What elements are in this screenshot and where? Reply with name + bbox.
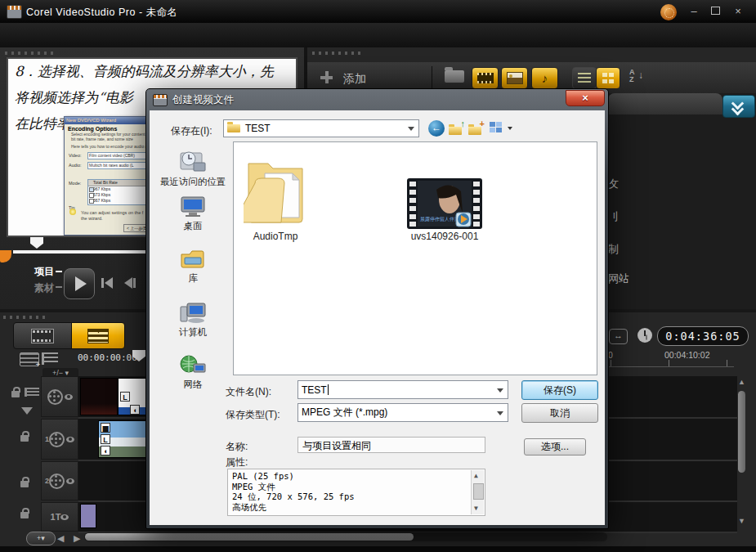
dropdown-arrow-icon (508, 127, 512, 130)
place-recent[interactable]: 最近访问的位置 (156, 146, 230, 188)
dropdown-arrow-icon (497, 411, 503, 415)
scrollbar-thumb[interactable] (473, 483, 484, 500)
timeline-view-button[interactable] (71, 322, 125, 349)
filter-video-button[interactable] (472, 67, 499, 89)
library-tab-bar (608, 93, 722, 114)
overlay-clip[interactable]: ▦ L ◖ (98, 420, 150, 458)
new-folder-button[interactable]: + (468, 120, 485, 137)
audiotmp-folder-icon[interactable] (244, 152, 307, 227)
back-button[interactable]: ← (428, 120, 445, 137)
save-type-combobox[interactable]: MPEG 文件 (*.mpg) (297, 403, 508, 422)
lock-icon[interactable] (20, 435, 29, 442)
timeline-icon (87, 329, 109, 343)
filter-audio-button[interactable]: ♪ (531, 67, 558, 89)
file-name-input[interactable]: TEST (297, 380, 508, 399)
cancel-button[interactable]: 取消 (521, 403, 598, 423)
options-button[interactable]: 选项... (524, 438, 586, 456)
list-view-button[interactable] (572, 67, 597, 89)
lock-icon[interactable] (20, 481, 29, 487)
text-cursor (328, 384, 329, 395)
scroll-up-arrow[interactable]: ▲ (474, 471, 478, 482)
share-option-fragment: 制 (608, 242, 619, 257)
video-track-header[interactable] (41, 376, 78, 417)
horizontal-scrollbar-thumb[interactable] (85, 533, 414, 541)
mode-clip-dash (56, 286, 62, 288)
scroll-left-arrow[interactable]: ◀ (57, 533, 64, 544)
name-label: 名称: (226, 440, 248, 454)
mode-clip[interactable]: 素材 (34, 281, 54, 295)
video-file-thumbnail[interactable]: 晨露停作留人伴潭 (407, 178, 482, 229)
horizontal-scrollbar[interactable] (84, 532, 607, 541)
panel-grip (3, 316, 49, 319)
track-manager-icon[interactable] (20, 352, 39, 366)
add-track-pill-button[interactable]: +▾ (26, 532, 56, 545)
up-one-level-button[interactable]: ↑ (449, 120, 465, 137)
project-duration-display: 0:04:36:05 (657, 326, 749, 346)
save-button[interactable]: 保存(S) (521, 380, 598, 400)
scroll-down-arrow[interactable]: ▼ (738, 517, 745, 525)
scrub-marker[interactable] (30, 237, 43, 249)
place-libraries[interactable]: 库 (156, 248, 230, 285)
properties-scrollbar[interactable]: ▲ ▼ (471, 470, 484, 514)
browse-folder-icon[interactable] (445, 70, 464, 83)
lock-icon[interactable] (11, 391, 20, 397)
title-bar: Corel VideoStudio Pro - 未命名 – × (0, 0, 756, 23)
overlay1-track-header[interactable]: 1 (41, 419, 78, 460)
svg-text:晨露停作留人伴潭: 晨露停作留人伴潭 (420, 216, 459, 222)
view-menu-button[interactable] (490, 120, 511, 137)
scroll-down-arrow[interactable]: ▼ (474, 504, 478, 514)
minimize-button[interactable]: – (685, 7, 703, 18)
timeline-ruler[interactable]: 0 00:04:10:02 (608, 350, 734, 367)
fit-project-button[interactable]: ↔ (609, 329, 628, 344)
visibility-eye-icon (66, 478, 74, 484)
add-button[interactable]: 添加 (343, 72, 366, 87)
storyboard-view-button[interactable] (13, 322, 72, 349)
network-icon (179, 354, 207, 377)
add-icon (320, 71, 333, 83)
folder-item-label[interactable]: AudioTmp (244, 231, 307, 242)
previous-frame-button[interactable] (121, 276, 139, 289)
link-badge: L (120, 392, 130, 402)
properties-line: MPEG 文件 (232, 482, 470, 492)
play-button[interactable] (64, 268, 95, 299)
close-button[interactable]: × (729, 7, 747, 18)
scroll-right-arrow[interactable]: ▶ (74, 533, 80, 544)
home-button[interactable] (98, 276, 116, 289)
trim-handle[interactable] (0, 250, 11, 263)
track-list-icon[interactable] (25, 388, 39, 397)
filter-photo-button[interactable] (501, 67, 528, 89)
maximize-button[interactable] (706, 7, 724, 18)
mode-project[interactable]: 项目 (34, 265, 54, 279)
place-desktop[interactable]: 桌面 (156, 195, 230, 232)
panel-grip (312, 52, 361, 55)
visibility-eye-icon (66, 437, 74, 442)
title-clip[interactable] (80, 504, 96, 528)
file-list-area[interactable]: AudioTmp 晨露停作留人伴潭 uvs140926 (233, 141, 597, 375)
title-track-header[interactable]: 1T (41, 502, 78, 532)
save-type-label: 保存类型(T): (226, 408, 280, 422)
video-item-label[interactable]: uvs140926-001 (397, 231, 492, 242)
corel-messages-icon[interactable] (660, 4, 677, 20)
place-network[interactable]: 网络 (156, 354, 230, 391)
sort-az-icon[interactable]: AZ↓ (629, 69, 647, 87)
duration-clock-icon[interactable] (637, 328, 652, 343)
chevron-down-icon (733, 103, 743, 113)
save-in-combobox[interactable]: TEST (223, 119, 419, 137)
link-badge: L (101, 434, 110, 444)
chapter-list-icon[interactable] (42, 352, 58, 365)
thumbnail-view-button[interactable] (596, 67, 620, 89)
dialog-close-button[interactable]: × (566, 90, 605, 106)
video-clip-1[interactable] (80, 378, 118, 415)
place-computer[interactable]: 计算机 (156, 302, 230, 339)
overlay2-track-header[interactable]: 2 (41, 461, 78, 500)
dialog-title-bar[interactable]: 创建视频文件 (146, 89, 608, 110)
save-in-label: 保存在(I): (171, 124, 212, 138)
file-name-label: 文件名(N): (226, 385, 271, 399)
vertical-scrollbar-thumb[interactable] (738, 391, 745, 473)
bitrate-list: Total Bit Rate 967 Kbps 573 Kbps 367 Kbp… (87, 179, 148, 205)
scroll-up-arrow[interactable]: ▲ (738, 378, 745, 386)
lock-icon[interactable] (20, 512, 29, 518)
chevron-expand-button[interactable] (722, 95, 755, 118)
mode-project-dash (56, 271, 62, 272)
collapse-caret-icon[interactable] (21, 407, 33, 415)
